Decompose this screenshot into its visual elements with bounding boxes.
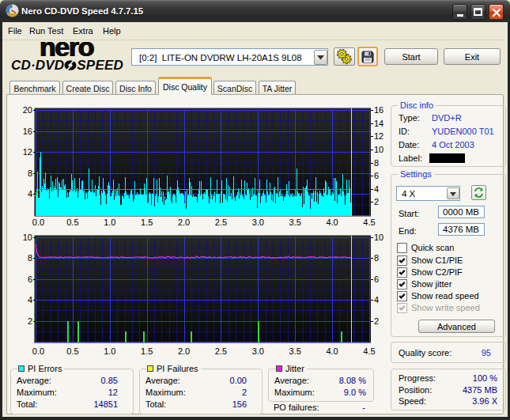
svg-text:2.0: 2.0 — [178, 346, 190, 356]
svg-text:4.5: 4.5 — [363, 346, 375, 356]
svg-text:6: 6 — [374, 274, 379, 284]
svg-text:8: 8 — [374, 158, 379, 168]
svg-text:4.5: 4.5 — [363, 218, 375, 227]
svg-text:0.5: 0.5 — [66, 218, 78, 227]
svg-text:3.5: 3.5 — [289, 218, 301, 227]
svg-text:4: 4 — [28, 189, 32, 199]
svg-text:16: 16 — [374, 105, 383, 115]
svg-text:0.0: 0.0 — [32, 218, 44, 227]
svg-text:20: 20 — [23, 105, 32, 115]
svg-text:2.5: 2.5 — [215, 346, 227, 356]
svg-text:3.5: 3.5 — [289, 346, 301, 356]
svg-text:3.0: 3.0 — [252, 218, 264, 227]
svg-text:6: 6 — [374, 171, 379, 180]
svg-text:1.0: 1.0 — [104, 218, 115, 227]
svg-text:6: 6 — [28, 274, 32, 284]
svg-text:10: 10 — [23, 233, 32, 242]
svg-text:4.0: 4.0 — [326, 218, 338, 227]
svg-text:2: 2 — [374, 197, 379, 206]
svg-text:1.0: 1.0 — [104, 346, 115, 356]
svg-text:3.0: 3.0 — [252, 346, 264, 356]
svg-text:2: 2 — [28, 316, 32, 326]
svg-text:4.0: 4.0 — [326, 346, 338, 356]
svg-text:2.5: 2.5 — [215, 218, 227, 227]
svg-text:8: 8 — [28, 168, 32, 178]
svg-text:0.0: 0.0 — [32, 346, 44, 356]
svg-text:2.0: 2.0 — [178, 218, 190, 227]
svg-text:14: 14 — [374, 119, 383, 128]
svg-text:2: 2 — [374, 316, 379, 326]
svg-text:0.5: 0.5 — [66, 346, 78, 356]
svg-text:10: 10 — [374, 233, 383, 242]
svg-text:4: 4 — [28, 295, 32, 305]
svg-text:12: 12 — [374, 131, 383, 141]
svg-text:4: 4 — [374, 295, 379, 305]
svg-text:1.5: 1.5 — [141, 218, 153, 227]
svg-text:12: 12 — [23, 147, 32, 157]
svg-text:1.5: 1.5 — [141, 346, 153, 356]
svg-text:16: 16 — [23, 127, 32, 136]
svg-text:8: 8 — [374, 253, 379, 263]
svg-text:10: 10 — [374, 145, 383, 154]
svg-text:8: 8 — [28, 253, 32, 263]
svg-text:4: 4 — [374, 184, 379, 194]
